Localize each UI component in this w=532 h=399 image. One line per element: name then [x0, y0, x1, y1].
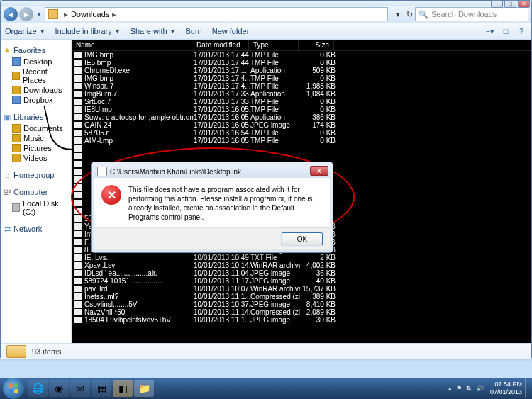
libraries-icon: ▣: [2, 112, 12, 122]
include-library-button[interactable]: Include in library▼: [55, 27, 121, 35]
file-row[interactable]: IE5.bmp17/01/2013 17:44TMP File0 KB: [72, 59, 531, 67]
sidebar-item-localdisk[interactable]: Local Disk (C:): [2, 198, 70, 217]
share-with-button[interactable]: Share with▼: [131, 27, 176, 35]
sidebar-item-recent[interactable]: Recent Places: [2, 67, 70, 85]
sidebar-homegroup-header[interactable]: ⌂Homegroup: [2, 170, 70, 180]
file-type: JPEG image: [250, 269, 300, 277]
titlebar: ─ □ ✕: [1, 1, 531, 6]
file-row[interactable]: Xpav..Lsv10/01/2013 10:14...WinRAR archi…: [72, 262, 531, 269]
sidebar-network-header[interactable]: ⇄Network: [2, 224, 70, 234]
file-row[interactable]: AIM-l.mp17/01/2013 16:05TMP File0 KB: [72, 137, 531, 145]
refresh-button[interactable]: ↻: [404, 10, 415, 19]
system-tray[interactable]: ▴ ⚑ ⇅ 🔊 07:54 PM 07/01/2013: [446, 378, 529, 398]
file-row[interactable]: SrtLoc.717/01/2013 17:33TMP File0 KB: [72, 98, 531, 106]
help-button[interactable]: ?: [516, 26, 527, 37]
tray-flag-icon[interactable]: ⚑: [456, 385, 462, 392]
sidebar-item-documents[interactable]: Documents: [2, 123, 70, 133]
file-row[interactable]: IDLsd ' ea................alr.10/01/2013…: [72, 269, 531, 277]
taskbar-thunderbird[interactable]: ✉: [70, 380, 90, 397]
taskbar-app1[interactable]: ◉: [49, 380, 69, 397]
history-dropdown[interactable]: ▼: [36, 11, 42, 18]
sidebar-libraries-header[interactable]: ▣Libraries: [2, 112, 70, 122]
clock[interactable]: 07:54 PM 07/01/2013: [490, 381, 522, 396]
file-date: 17/01/2013 17:33: [194, 90, 250, 98]
show-desktop-button[interactable]: [525, 378, 529, 398]
file-row[interactable]: 18504 L9vlbpclntslvov5+bV10/01/2013 11:1…: [72, 316, 531, 324]
col-date[interactable]: Date modified: [192, 40, 249, 50]
breadcrumb-chevron[interactable]: ▸: [64, 10, 68, 19]
col-name[interactable]: Name: [72, 40, 192, 50]
search-icon: 🔍: [419, 10, 428, 19]
file-row[interactable]: 58705.r17/01/2013 16:54...TMP File0 KB: [72, 129, 531, 137]
taskbar-app3[interactable]: ◧: [113, 380, 133, 397]
svg-point-3: [14, 389, 18, 393]
file-row[interactable]: IE8U.mp17/01/2013 16:05...TMP File0 KB: [72, 106, 531, 113]
file-icon: [74, 270, 82, 276]
sidebar-favorites-header[interactable]: ★Favorites: [2, 45, 70, 55]
file-icon: [74, 153, 82, 159]
file-row[interactable]: 589724 10151.................10/01/2013 …: [72, 277, 531, 285]
organize-button[interactable]: Organize▼: [5, 27, 45, 35]
sidebar-item-dropbox[interactable]: Dropbox: [2, 95, 70, 105]
sidebar-item-videos[interactable]: Videos: [2, 153, 70, 163]
file-name: NavzVnll *50: [84, 308, 194, 316]
dialog-close-button[interactable]: X: [310, 166, 328, 176]
file-row[interactable]: [72, 152, 531, 160]
dialog-ok-button[interactable]: OK: [282, 232, 323, 245]
new-folder-button[interactable]: New folder: [212, 27, 250, 35]
file-row[interactable]: Inetss..ml?10/01/2013 11:1...Compressed …: [72, 293, 531, 300]
col-size[interactable]: Size: [299, 40, 334, 50]
file-type: TXT File: [250, 254, 300, 262]
maximize-button[interactable]: □: [504, 0, 516, 8]
col-type[interactable]: Type: [249, 40, 299, 50]
file-row[interactable]: Cspvlinsl........5V10/01/2013 10:37...JP…: [72, 300, 531, 308]
file-row[interactable]: [72, 145, 531, 152]
file-date: 17/01/2013 17:33: [194, 98, 250, 106]
forward-button[interactable]: ►: [19, 7, 33, 21]
file-row[interactable]: ImgBurn.717/01/2013 17:33Application1,08…: [72, 90, 531, 98]
address-dropdown[interactable]: ▾: [392, 10, 404, 19]
file-name: SrtLoc.7: [84, 98, 194, 106]
preview-pane-button[interactable]: □: [500, 26, 511, 37]
taskbar-explorer[interactable]: 📁: [134, 380, 154, 397]
file-name: GAIN 24: [84, 121, 194, 129]
dialog-titlebar[interactable]: C:\Users\Mahbub Khan\Links\Desktop.lnk X: [94, 165, 330, 178]
view-options-button[interactable]: ≡▾: [484, 26, 496, 37]
file-row[interactable]: ChromeDl.exe17/01/2013 17:...Application…: [72, 67, 531, 74]
breadcrumb-current[interactable]: Downloads: [71, 10, 109, 18]
sidebar-item-desktop[interactable]: Desktop: [2, 57, 70, 67]
sidebar-item-music[interactable]: Music: [2, 133, 70, 143]
file-row[interactable]: IMG.bmp17/01/2013 17:4...TMP File0 KB: [72, 74, 531, 82]
address-bar[interactable]: ▸ Downloads ▸: [45, 7, 388, 21]
file-size: 0 KB: [300, 59, 336, 67]
file-size: 1,084 KB: [300, 90, 336, 98]
taskbar-chrome[interactable]: 🌐: [28, 380, 48, 397]
file-row[interactable]: NavzVnll *5010/01/2013 11:14...Compresse…: [72, 308, 531, 316]
dialog-message: This file does not have a program associ…: [128, 185, 323, 222]
search-input[interactable]: 🔍 Search Downloads: [415, 7, 528, 21]
burn-button[interactable]: Burn: [185, 27, 201, 35]
file-icon: [74, 106, 82, 113]
file-icon: [74, 239, 82, 245]
sidebar-computer-header[interactable]: 🖳Computer: [2, 187, 70, 197]
tray-expand-icon[interactable]: ▴: [448, 385, 452, 392]
minimize-button[interactable]: ─: [491, 0, 503, 8]
tray-volume-icon[interactable]: 🔊: [476, 385, 484, 392]
taskbar-app2[interactable]: ▦: [92, 380, 111, 397]
start-button[interactable]: [3, 378, 24, 399]
back-button[interactable]: ◄: [4, 7, 18, 21]
breadcrumb-chevron[interactable]: ▸: [112, 10, 116, 19]
close-button[interactable]: ✕: [518, 0, 530, 8]
file-row[interactable]: IMG.bmp17/01/2013 17:44TMP File0 KB: [72, 51, 531, 59]
file-row[interactable]: Suwv: c autodsp for ;ample obtr.om...17/…: [72, 113, 531, 121]
tray-network-icon[interactable]: ⇅: [466, 385, 472, 392]
file-row[interactable]: Winspr..717/01/2013 17:4...TMP File1,985…: [72, 82, 531, 90]
svg-point-0: [9, 383, 13, 388]
file-row[interactable]: pav. Ird10/01/2013 10:07...WinRAR archiv…: [72, 285, 531, 293]
sidebar-item-pictures[interactable]: Pictures: [2, 143, 70, 153]
file-type: Application: [250, 113, 300, 121]
sidebar-item-downloads[interactable]: Downloads: [2, 85, 70, 95]
file-row[interactable]: IE..Lvs....10/01/2013 10:49TXT File2 KB: [72, 254, 531, 262]
file-row[interactable]: GAIN 24 17/01/2013 16:05JPEG image174 KB: [72, 121, 531, 129]
computer-icon: 🖳: [2, 187, 12, 197]
